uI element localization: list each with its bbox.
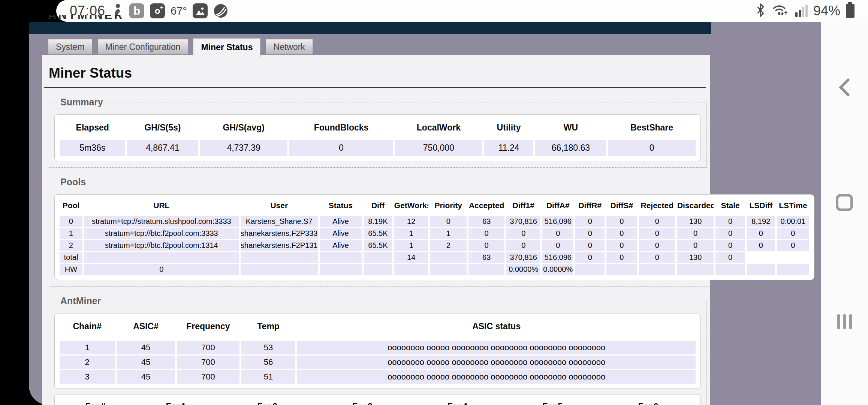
table-cell: stratum+tcp://btc.f2pool.com:1314 bbox=[84, 240, 239, 251]
table-row: 0stratum+tcp://stratum.slushpool.com:333… bbox=[60, 216, 809, 227]
column-header: Fan6 bbox=[601, 399, 696, 405]
column-header: User bbox=[241, 200, 318, 215]
table-cell bbox=[606, 264, 637, 275]
table-cell: 0 bbox=[468, 240, 504, 251]
recents-button[interactable] bbox=[821, 314, 868, 329]
bluetooth-icon bbox=[756, 3, 765, 19]
tab-miner-configuration[interactable]: Miner Configuration bbox=[97, 39, 189, 54]
table-cell bbox=[394, 264, 428, 275]
table-cell: HW bbox=[60, 264, 82, 275]
table-row: 24570056oooooooo ooooo oooooooo oooooooo… bbox=[60, 356, 696, 369]
summary-legend: Summary bbox=[57, 97, 106, 108]
table-cell: 516,096 bbox=[542, 252, 573, 263]
column-header: Chain# bbox=[60, 318, 115, 340]
weather-temperature: 67° bbox=[171, 5, 187, 17]
column-header: LocalWork bbox=[395, 120, 482, 139]
table-cell: 0 bbox=[575, 252, 605, 263]
android-nav-bar bbox=[821, 0, 868, 405]
table-cell: 0 bbox=[777, 240, 809, 251]
pools-legend: Pools bbox=[57, 177, 89, 188]
tab-system[interactable]: System bbox=[48, 39, 93, 54]
back-button[interactable] bbox=[821, 77, 868, 98]
table-cell bbox=[320, 252, 362, 263]
table-cell: oooooooo ooooo oooooooo oooooooo ooooooo… bbox=[297, 341, 696, 354]
table-cell bbox=[84, 252, 239, 263]
antminer-section: AntMiner Chain#ASIC#FrequencyTempASIC st… bbox=[49, 296, 706, 405]
table-cell: 0 bbox=[60, 216, 82, 227]
table-row: 14570053oooooooo ooooo oooooooo oooooooo… bbox=[60, 341, 696, 354]
table-cell: 1 bbox=[430, 228, 467, 239]
tab-network[interactable]: Network bbox=[265, 39, 313, 54]
table-cell: Alive bbox=[320, 216, 362, 227]
content-panel: Miner Status Summary ElapsedGH/S(5s)GH/S… bbox=[42, 55, 710, 405]
table-cell: 5m36s bbox=[60, 140, 125, 156]
table-cell bbox=[430, 264, 467, 275]
table-cell: total bbox=[60, 252, 82, 263]
page-title: Miner Status bbox=[49, 65, 710, 81]
table-cell: 0.0000% bbox=[506, 264, 540, 275]
table-row: 2stratum+tcp://btc.f2pool.com:1314shanek… bbox=[60, 240, 809, 251]
table-cell: Alive bbox=[320, 240, 362, 251]
signal-icon bbox=[795, 5, 808, 17]
battery-icon bbox=[846, 4, 855, 18]
table-cell: 0 bbox=[606, 240, 637, 251]
table-cell bbox=[241, 264, 318, 275]
table-cell: 56 bbox=[241, 356, 296, 369]
column-header: GH/S(avg) bbox=[200, 120, 287, 139]
table-cell: 0 bbox=[468, 228, 504, 239]
table-cell bbox=[777, 264, 809, 275]
table-cell: 0 bbox=[639, 240, 675, 251]
table-cell: 2 bbox=[60, 240, 82, 251]
column-header: LSDiff bbox=[747, 200, 775, 215]
table-cell: 0 bbox=[747, 228, 775, 239]
tab-miner-status[interactable]: Miner Status bbox=[193, 38, 260, 58]
table-cell bbox=[747, 252, 775, 263]
table-cell: stratum+tcp://btc.f2pool.com:3333 bbox=[84, 228, 239, 239]
table-cell: 0 bbox=[715, 228, 745, 239]
table-cell bbox=[677, 264, 714, 275]
web-page: System Miner Configuration Miner Status … bbox=[29, 22, 821, 405]
table-cell: 0 bbox=[430, 216, 467, 227]
table-cell bbox=[320, 264, 362, 275]
table-cell: 0 bbox=[84, 264, 239, 275]
table-cell: oooooooo ooooo oooooooo oooooooo ooooooo… bbox=[297, 370, 696, 384]
home-button[interactable] bbox=[821, 194, 868, 211]
table-cell: 2 bbox=[430, 240, 467, 251]
fans-table: Fan#Fan1Fan2Fan3Fan4Fan5Fan6Speed (r/min… bbox=[54, 394, 701, 405]
table-row: 5m36s4,867.414,737.390750,00011.2466,180… bbox=[60, 140, 696, 156]
table-row: 34570051oooooooo ooooo oooooooo oooooooo… bbox=[60, 370, 696, 384]
table-cell: 65.5K bbox=[364, 240, 392, 251]
table-cell: 0 bbox=[639, 228, 675, 239]
summary-section: Summary ElapsedGH/S(5s)GH/S(avg)FoundBlo… bbox=[49, 97, 706, 168]
table-cell bbox=[364, 252, 392, 263]
table-cell: 0 bbox=[715, 216, 745, 227]
table-cell: 0.0000% bbox=[542, 264, 573, 275]
table-cell: 1 bbox=[394, 228, 428, 239]
table-cell: 4,867.41 bbox=[127, 140, 198, 156]
table-cell: shanekarstens.F2P1314 bbox=[241, 240, 318, 251]
table-row: total1463370,816516,0960001300 bbox=[60, 252, 809, 263]
table-cell bbox=[364, 264, 392, 275]
table-cell: 0:00:01 bbox=[777, 216, 809, 227]
table-cell bbox=[639, 264, 675, 275]
table-cell: 45 bbox=[117, 341, 175, 354]
phone-screen: 07:06 b o+ 67° 94% bbox=[0, 0, 868, 405]
column-header: Temp bbox=[241, 318, 296, 340]
table-cell: shanekarstens.F2P3333 bbox=[241, 228, 318, 239]
gallery-icon bbox=[193, 3, 208, 18]
table-cell: 750,000 bbox=[395, 140, 482, 156]
table-cell bbox=[468, 264, 504, 275]
column-header: Elapsed bbox=[60, 120, 125, 139]
table-cell: 0 bbox=[677, 228, 714, 239]
column-header: DiffS# bbox=[606, 200, 637, 215]
table-cell: 8.19K bbox=[364, 216, 392, 227]
table-cell: 1 bbox=[60, 341, 115, 354]
table-cell: 63 bbox=[468, 216, 504, 227]
title-divider bbox=[44, 87, 706, 88]
column-header: LSTime bbox=[777, 200, 809, 215]
table-cell: 130 bbox=[677, 216, 714, 227]
table-cell bbox=[747, 264, 775, 275]
table-cell: 0 bbox=[606, 228, 637, 239]
table-cell: 0 bbox=[506, 240, 540, 251]
shell-icon bbox=[213, 3, 228, 18]
